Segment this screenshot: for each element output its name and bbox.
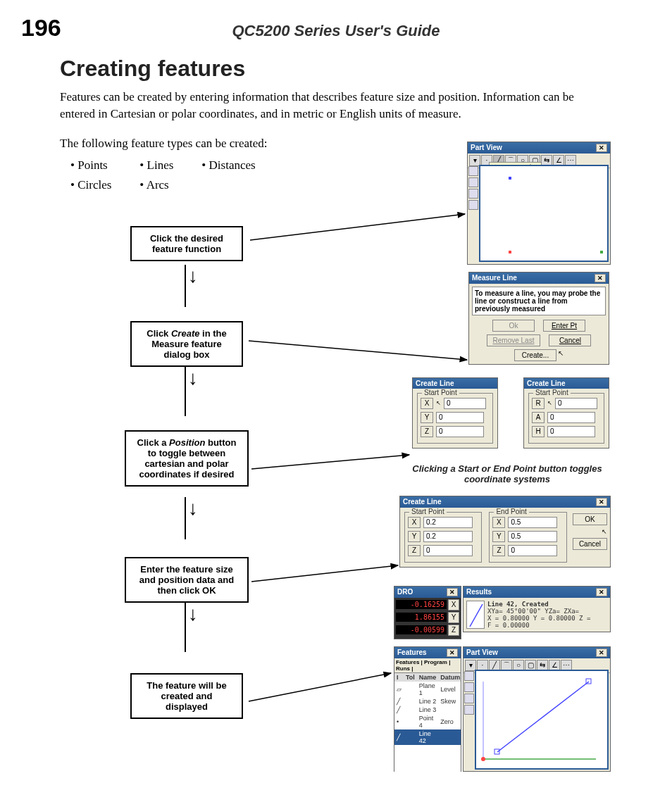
side-icon[interactable] — [464, 705, 474, 715]
y-button[interactable]: Y — [421, 412, 433, 423]
table-row-selected[interactable]: ╱Line 42 — [394, 729, 461, 745]
svg-line-5 — [249, 673, 391, 701]
r-input[interactable] — [555, 398, 597, 409]
svg-line-1 — [250, 214, 465, 240]
a-input[interactable] — [547, 412, 595, 423]
caption-note: Clicking a Start or End Point button tog… — [405, 463, 609, 484]
h-input[interactable] — [547, 426, 595, 437]
h-button[interactable]: H — [532, 426, 545, 437]
col-header: Tol — [404, 673, 417, 682]
cursor-icon: ↖ — [436, 400, 441, 406]
y-axis-button[interactable]: Y — [448, 612, 459, 623]
ok-button[interactable]: Ok — [492, 320, 535, 332]
side-icon[interactable] — [468, 166, 478, 176]
flow-step-2: Click Create in the Measure feature dial… — [130, 321, 243, 367]
svg-line-3 — [251, 455, 409, 469]
z-input[interactable] — [436, 426, 484, 437]
cursor-icon: ↖ — [558, 349, 564, 361]
results-panel: Results ✕ Line 42, Created XYa= 45°00'00… — [463, 586, 611, 632]
start-x-input[interactable] — [423, 517, 473, 528]
y-button[interactable]: Y — [408, 531, 421, 542]
part-view-window-2: Part View ✕ ▾ · ╱ ⌒ ○ ▢ ⇆ ∠ ⋯ — [463, 646, 611, 772]
close-icon[interactable]: ✕ — [447, 649, 458, 657]
svg-line-9 — [497, 682, 589, 752]
svg-line-6 — [470, 604, 483, 627]
measure-line-dialog: Measure Line ✕ To measure a line, you ma… — [468, 272, 609, 365]
result-row: F = 0.00000 — [487, 622, 590, 629]
side-icon[interactable] — [464, 682, 474, 692]
table-row[interactable]: ▱Plane 1Level — [394, 682, 461, 697]
close-icon[interactable]: ✕ — [447, 588, 458, 596]
end-z-input[interactable] — [508, 545, 557, 556]
group-label: Start Point — [422, 389, 459, 396]
down-arrow-icon: ↓ — [188, 603, 198, 625]
side-icon[interactable] — [468, 189, 478, 199]
y-button[interactable]: Y — [492, 531, 505, 542]
cursor-icon: ↖ — [573, 528, 607, 535]
window-title: Part View — [471, 144, 502, 151]
part-canvas[interactable] — [475, 670, 609, 770]
part-view-window: Part View ✕ ▾ · ╱ ⌒ ○ ▢ ⇆ ∠ ⋯ ★ Measure … — [467, 142, 611, 265]
table-row[interactable]: •Point 4Zero — [394, 714, 461, 729]
start-z-input[interactable] — [423, 545, 473, 556]
side-icon[interactable] — [468, 177, 478, 187]
svg-point-12 — [481, 757, 485, 761]
enter-pt-button[interactable]: Enter Pt — [543, 320, 585, 332]
x-button[interactable]: X — [408, 517, 421, 528]
col-header: I — [394, 673, 404, 682]
create-button[interactable]: Create... — [514, 349, 556, 361]
close-icon[interactable]: ✕ — [596, 144, 607, 152]
flow-step-1: Click the desired feature function — [130, 226, 243, 261]
intro-paragraph: Features can be created by entering info… — [60, 89, 612, 123]
close-icon[interactable]: ✕ — [596, 498, 607, 506]
dro-x-value: -0.16259 — [396, 600, 447, 609]
z-axis-button[interactable]: Z — [448, 625, 459, 636]
result-row: XYa= 45°00'00" YZa= ZXa= — [487, 608, 590, 615]
remove-last-button[interactable]: Remove Last — [487, 334, 541, 346]
flow-step-5: The feature will be created and displaye… — [130, 673, 243, 719]
r-button[interactable]: R — [532, 398, 545, 409]
start-y-input[interactable] — [423, 531, 473, 542]
close-icon[interactable]: ✕ — [596, 588, 607, 596]
ok-button[interactable]: OK — [573, 513, 607, 525]
col-header: Datum — [438, 673, 461, 682]
table-row[interactable]: ╱Line 2Skew — [394, 697, 461, 706]
cancel-button[interactable]: Cancel — [549, 334, 591, 346]
features-table[interactable]: I Tol Name Datum ▱Plane 1Level ╱Line 2Sk… — [394, 673, 461, 745]
a-button[interactable]: A — [532, 412, 545, 423]
z-button[interactable]: Z — [421, 426, 433, 437]
window-title: Part View — [466, 649, 498, 656]
result-row: X = 0.80000 Y = 0.80000 Z = — [487, 615, 590, 622]
x-axis-button[interactable]: X — [448, 599, 459, 610]
side-icon[interactable] — [464, 694, 474, 703]
y-input[interactable] — [436, 412, 484, 423]
cancel-button[interactable]: Cancel — [573, 538, 607, 550]
x-button[interactable]: X — [492, 517, 505, 528]
part-canvas[interactable] — [479, 165, 609, 262]
create-line-polar: Create Line Start Point R↖ A H — [523, 377, 609, 449]
x-input[interactable] — [444, 398, 486, 409]
table-row[interactable]: ╱Line 3 — [394, 706, 461, 714]
dialog-title: Create Line — [403, 498, 441, 506]
close-icon[interactable]: ✕ — [596, 649, 607, 657]
dialog-title: Create Line — [527, 380, 565, 387]
group-label: Start Point — [533, 389, 571, 396]
down-arrow-icon: ↓ — [188, 265, 198, 287]
side-icon[interactable] — [468, 200, 478, 210]
panel-title: DRO — [397, 588, 413, 596]
create-line-full-dialog: Create Line ✕ Start Point X Y Z End Poin… — [399, 496, 611, 568]
z-button[interactable]: Z — [408, 545, 421, 556]
features-panel: Features ✕ Features | Program | Runs | I… — [394, 646, 461, 772]
end-y-input[interactable] — [508, 531, 557, 542]
close-icon[interactable]: ✕ — [595, 274, 606, 282]
side-icon[interactable] — [464, 671, 474, 681]
x-button[interactable]: X — [421, 398, 433, 409]
group-label: End Point — [494, 508, 528, 515]
create-line-cartesian: Create Line Start Point X↖ Y Z — [412, 377, 498, 449]
end-x-input[interactable] — [508, 517, 557, 528]
feature-type: Distances — [209, 158, 256, 172]
flow-text: Click — [147, 328, 171, 339]
down-arrow-icon: ↓ — [188, 367, 198, 389]
tabs-strip[interactable]: Features | Program | Runs | — [394, 658, 461, 673]
z-button[interactable]: Z — [492, 545, 505, 556]
